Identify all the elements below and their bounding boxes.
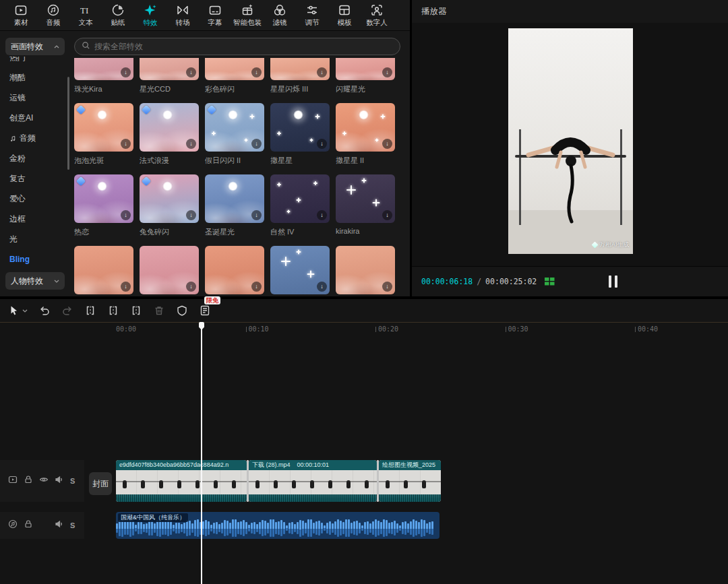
download-icon[interactable]: ↓ bbox=[121, 210, 131, 220]
toolbar-item-effects[interactable]: 特效 bbox=[136, 3, 164, 28]
effect-tile-假日闪闪 II[interactable]: ↓假日闪闪 II bbox=[205, 103, 264, 165]
undo-button[interactable] bbox=[38, 304, 51, 317]
delete-left-button[interactable] bbox=[107, 304, 119, 317]
download-icon[interactable]: ↓ bbox=[186, 67, 196, 77]
toolbar-item-transition[interactable]: 转场 bbox=[169, 3, 197, 28]
search-input[interactable] bbox=[94, 42, 393, 51]
sidebar-item-复古[interactable]: 复古 bbox=[0, 168, 70, 189]
download-icon[interactable]: ↓ bbox=[251, 67, 262, 77]
effect-tile-泡泡光斑[interactable]: ↓泡泡光斑 bbox=[74, 103, 133, 165]
sidebar-item-运镜[interactable]: 运镜 bbox=[0, 88, 70, 108]
clip-transition-handle[interactable] bbox=[247, 460, 249, 502]
clip-transition-handle[interactable] bbox=[377, 460, 379, 502]
effect-tile-珠光Kira[interactable]: ↓珠光Kira bbox=[74, 58, 133, 94]
select-tool[interactable] bbox=[8, 304, 28, 317]
search-bar[interactable] bbox=[74, 38, 400, 55]
character-effects-selector[interactable]: 人物特效 bbox=[5, 272, 65, 290]
speaker-icon[interactable] bbox=[55, 475, 64, 487]
download-icon[interactable]: ↓ bbox=[121, 67, 131, 77]
sidebar-item-爱心[interactable]: 爱心 bbox=[0, 189, 70, 209]
effect-tile-圣诞星光[interactable]: ↓圣诞星光 bbox=[205, 174, 264, 236]
sidebar-item-音频[interactable]: 音频 bbox=[0, 128, 70, 148]
toolbar-item-audio[interactable]: 音频 bbox=[39, 3, 67, 28]
effect-tile[interactable]: ↓ bbox=[270, 246, 330, 294]
effect-tile[interactable]: ↓ bbox=[74, 246, 133, 294]
download-icon[interactable]: ↓ bbox=[121, 139, 131, 149]
sidebar-item-边框[interactable]: 边框 bbox=[0, 209, 70, 229]
smart-edit-button[interactable]: 限免 bbox=[199, 304, 211, 317]
sidebar-item-潮酷[interactable]: 潮酷 bbox=[0, 67, 70, 88]
effect-tile-撒星星 II[interactable]: ↓撒星星 II bbox=[336, 103, 395, 165]
effect-tile[interactable]: ↓ bbox=[205, 246, 264, 294]
category-selector[interactable]: 画面特效 bbox=[5, 38, 65, 55]
audio-clip[interactable]: 国潮&中国风（纯音乐） bbox=[116, 512, 439, 539]
download-icon[interactable]: ↓ bbox=[186, 210, 196, 220]
effect-tile-彩色碎闪[interactable]: ↓彩色碎闪 bbox=[205, 58, 264, 94]
effect-tile-闪耀星光[interactable]: ↓闪耀星光 bbox=[336, 58, 395, 94]
timeline-ruler[interactable]: 00:0000:1000:2000:3000:40 bbox=[0, 322, 728, 333]
download-icon[interactable]: ↓ bbox=[382, 139, 392, 149]
effect-thumbnail: ↓ bbox=[74, 174, 133, 223]
download-icon[interactable]: ↓ bbox=[251, 139, 262, 149]
video-clip[interactable]: 下载 (28).mp400:00:10:01 bbox=[249, 460, 377, 502]
delete-button[interactable] bbox=[153, 304, 165, 317]
toolbar-item-text[interactable]: TI文本 bbox=[71, 3, 100, 28]
mask-button[interactable] bbox=[176, 304, 188, 317]
delete-right-button[interactable] bbox=[130, 304, 142, 317]
effect-tile[interactable]: ↓ bbox=[140, 246, 199, 294]
split-button[interactable] bbox=[84, 304, 96, 317]
download-icon[interactable]: ↓ bbox=[382, 282, 392, 292]
toolbar-item-filter[interactable]: 滤镜 bbox=[266, 3, 294, 28]
sidebar-item-光[interactable]: 光 bbox=[0, 229, 70, 249]
playhead[interactable] bbox=[201, 322, 202, 584]
effect-tile-kirakira[interactable]: ↓kirakira bbox=[336, 174, 395, 236]
pause-button[interactable] bbox=[606, 275, 619, 288]
download-icon[interactable]: ↓ bbox=[186, 139, 196, 149]
video-preview[interactable]: 万相AI生成 bbox=[508, 28, 633, 254]
effect-tile-撒星星[interactable]: ↓撒星星 bbox=[270, 103, 330, 165]
download-icon[interactable]: ↓ bbox=[317, 67, 327, 77]
effect-tile-法式浪漫[interactable]: ↓法式浪漫 bbox=[140, 103, 199, 165]
download-icon[interactable]: ↓ bbox=[121, 282, 131, 292]
download-icon[interactable]: ↓ bbox=[317, 282, 327, 292]
download-icon[interactable]: ↓ bbox=[251, 282, 262, 292]
sidebar-item-热门[interactable]: 热门 bbox=[0, 57, 70, 67]
toolbar-item-captions[interactable]: 字幕 bbox=[201, 3, 229, 28]
render-quality-icon[interactable] bbox=[545, 278, 555, 286]
effect-tile-热恋[interactable]: ↓热恋 bbox=[74, 174, 133, 236]
download-icon[interactable]: ↓ bbox=[317, 210, 327, 220]
video-clip[interactable]: e9dfd407f8b340eba96bb57dac884a92.n bbox=[116, 460, 247, 502]
effect-tile[interactable]: ↓ bbox=[336, 246, 395, 294]
effect-tile-兔兔碎闪[interactable]: ↓兔兔碎闪 bbox=[140, 174, 199, 236]
watermark-logo-icon bbox=[592, 242, 599, 249]
lock-icon[interactable] bbox=[24, 519, 33, 531]
toolbar-item-sticker[interactable]: 贴纸 bbox=[104, 3, 132, 28]
download-icon[interactable]: ↓ bbox=[382, 67, 392, 77]
video-clip[interactable]: 绘想图生视频_2025 bbox=[379, 460, 441, 502]
cover-button[interactable]: 封面 bbox=[89, 472, 112, 495]
redo-button[interactable] bbox=[61, 304, 73, 317]
download-icon[interactable]: ↓ bbox=[186, 282, 196, 292]
speaker-icon[interactable] bbox=[55, 519, 64, 531]
eye-icon[interactable] bbox=[39, 475, 49, 487]
toolbar-item-smartpack[interactable]: 智能包装 bbox=[233, 3, 262, 28]
toolbar-item-digitalhuman[interactable]: 数字人 bbox=[363, 3, 391, 28]
sidebar-item-Bling[interactable]: Bling bbox=[0, 249, 70, 268]
toolbar-item-adjust[interactable]: 调节 bbox=[298, 3, 326, 28]
download-icon[interactable]: ↓ bbox=[382, 210, 392, 220]
download-icon[interactable]: ↓ bbox=[317, 139, 327, 149]
sidebar-item-创意AI[interactable]: 创意AI bbox=[0, 108, 70, 128]
effect-tile-星星闪烁 III[interactable]: ↓星星闪烁 III bbox=[270, 58, 330, 94]
captions-icon bbox=[208, 3, 222, 17]
limited-free-badge: 限免 bbox=[204, 296, 220, 304]
download-icon[interactable]: ↓ bbox=[251, 210, 262, 220]
effect-tile-自然 IV[interactable]: ↓自然 IV bbox=[270, 174, 330, 236]
toolbar-item-media[interactable]: 素材 bbox=[7, 3, 35, 28]
solo-toggle[interactable]: S bbox=[70, 477, 75, 485]
effect-tile-星光CCD[interactable]: ↓星光CCD bbox=[140, 58, 199, 94]
solo-toggle[interactable]: S bbox=[70, 521, 75, 529]
toolbar-item-template[interactable]: 模板 bbox=[330, 3, 359, 28]
sidebar-scrollbar[interactable] bbox=[67, 77, 69, 170]
sidebar-item-金粉[interactable]: 金粉 bbox=[0, 148, 70, 168]
lock-icon[interactable] bbox=[24, 475, 33, 487]
